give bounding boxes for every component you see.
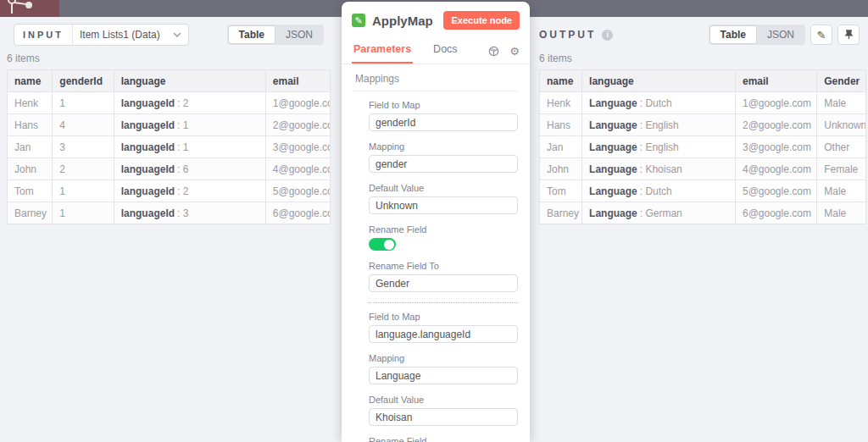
pin-data-button[interactable] (837, 25, 860, 45)
input-source-select[interactable]: INPUT Item Lists1 (Data) (14, 24, 189, 46)
output-view-toggle: Table JSON (709, 25, 805, 45)
table-cell-language: languageId: 3 (114, 202, 265, 224)
table-row: Tom1languageId: 25@google.com (8, 180, 331, 202)
rename-field-label: Rename Field (369, 224, 518, 235)
mapping-input[interactable] (369, 155, 518, 173)
table-cell-Gender: Male (817, 92, 866, 114)
cell-key: languageId (121, 207, 175, 219)
gear-icon[interactable]: ⚙ (509, 45, 520, 58)
input-view-table-button[interactable]: Table (228, 25, 275, 44)
column-header-email: email (735, 70, 816, 92)
mappings-section-label: Mappings (353, 71, 518, 91)
table-row: John2languageId: 64@google.com (8, 158, 331, 180)
table-cell-name: Tom (8, 180, 53, 202)
table-cell-email: 3@google.com (265, 136, 330, 158)
table-cell-email: 5@google.com (735, 180, 816, 202)
table-cell-email: 4@google.com (265, 158, 330, 180)
table-cell-genderId: 4 (53, 114, 114, 136)
column-header-name: name (8, 70, 53, 92)
table-cell-name: Jan (540, 136, 582, 158)
table-cell-email: 4@google.com (735, 158, 816, 180)
mapping-group-2: Field to Map Mapping Default Value Renam… (353, 312, 518, 442)
table-cell-name: Henk (8, 92, 53, 114)
table-row: JanLanguage: English3@google.comOther (540, 136, 866, 158)
table-row: TomLanguage: Dutch5@google.comMale (540, 180, 866, 202)
table-cell-name: Henk (540, 92, 582, 114)
table-row: HansLanguage: English2@google.comUnknown (540, 114, 866, 136)
table-cell-email: 5@google.com (265, 180, 330, 202)
cell-key: languageId (121, 163, 175, 175)
table-cell-name: Hans (540, 114, 582, 136)
cell-value: : English (640, 119, 679, 131)
table-cell-Gender: Unknown (817, 114, 866, 136)
cell-value: : 1 (177, 141, 188, 153)
rename-field-toggle[interactable] (369, 238, 396, 251)
column-header-language: language (582, 70, 736, 92)
table-cell-Gender: Male (817, 202, 866, 224)
cell-key: languageId (121, 97, 175, 109)
rename-field-to-label: Rename Field To (369, 261, 518, 271)
rename-field-to-input[interactable] (369, 274, 518, 292)
table-header-row: namelanguageemailGender (540, 70, 866, 92)
output-data-table: namelanguageemailGenderHenkLanguage: Dut… (539, 69, 866, 224)
table-cell-name: Hans (8, 114, 53, 136)
input-panel: INPUT Item Lists1 (Data) Table JSON 6 it… (0, 17, 339, 442)
cell-key: languageId (121, 185, 175, 197)
table-cell-language: Language: Khoisan (582, 158, 736, 180)
input-source-value: Item Lists1 (Data) (73, 29, 173, 41)
mapping-divider (369, 302, 518, 303)
column-header-genderId: genderId (53, 70, 114, 92)
input-view-json-button[interactable]: JSON (275, 25, 323, 44)
default-value-input[interactable] (369, 408, 518, 426)
table-cell-genderId: 1 (53, 92, 114, 114)
mapping-input[interactable] (369, 367, 518, 384)
node-title: ApplyMap (372, 14, 443, 28)
column-header-Gender: Gender (817, 70, 866, 92)
table-cell-name: Jan (8, 136, 53, 158)
output-panel-title: OUTPUT (539, 29, 596, 41)
cell-value: : German (640, 207, 682, 219)
mapping-group-1: Field to Map Mapping Default Value Renam… (353, 91, 518, 303)
field-to-map-input[interactable] (369, 325, 518, 343)
table-cell-language: Language: German (582, 202, 736, 224)
input-view-toggle: Table JSON (227, 25, 324, 45)
table-cell-language: languageId: 2 (114, 92, 265, 114)
input-panel-title: INPUT (14, 25, 73, 45)
workflow-node-thumbnail (0, 0, 59, 17)
cell-key: Language (589, 141, 637, 153)
table-cell-genderId: 2 (53, 158, 114, 180)
column-header-email: email (265, 70, 330, 92)
execute-node-button[interactable]: Execute node (443, 11, 520, 30)
cell-value: : 6 (177, 163, 188, 175)
table-cell-Gender: Male (817, 180, 866, 202)
default-value-input[interactable] (369, 196, 518, 214)
field-to-map-input[interactable] (369, 113, 518, 131)
chevron-down-icon (173, 32, 188, 37)
cell-value: : 1 (177, 119, 188, 131)
table-cell-email: 6@google.com (265, 202, 330, 224)
table-row: BarneyLanguage: German6@google.comMale (540, 202, 866, 224)
field-to-map-label: Field to Map (369, 312, 518, 322)
output-view-json-button[interactable]: JSON (757, 25, 804, 44)
info-icon: i (602, 30, 613, 41)
cell-value: : English (640, 141, 679, 153)
table-cell-language: Language: English (582, 136, 736, 158)
package-icon[interactable] (488, 46, 499, 57)
pencil-icon: ✎ (817, 29, 826, 41)
table-cell-name: John (540, 158, 582, 180)
table-cell-genderId: 3 (53, 136, 114, 158)
tab-parameters[interactable]: Parameters (352, 38, 413, 64)
column-header-name: name (540, 70, 582, 92)
edit-output-button[interactable]: ✎ (810, 25, 832, 45)
table-cell-language: Language: Dutch (582, 92, 736, 114)
table-cell-language: Language: Dutch (582, 180, 736, 202)
output-view-table-button[interactable]: Table (709, 25, 757, 44)
table-row: Jan3languageId: 13@google.com (8, 136, 331, 158)
output-panel: OUTPUT i Table JSON ✎ 6 items namelangua… (532, 17, 868, 442)
tab-docs[interactable]: Docs (431, 38, 459, 64)
table-cell-name: John (8, 158, 53, 180)
table-cell-language: languageId: 1 (114, 136, 265, 158)
cell-key: Language (589, 185, 637, 197)
input-data-table: namegenderIdlanguageemailHenk1languageId… (7, 69, 331, 224)
cell-key: languageId (121, 141, 175, 153)
